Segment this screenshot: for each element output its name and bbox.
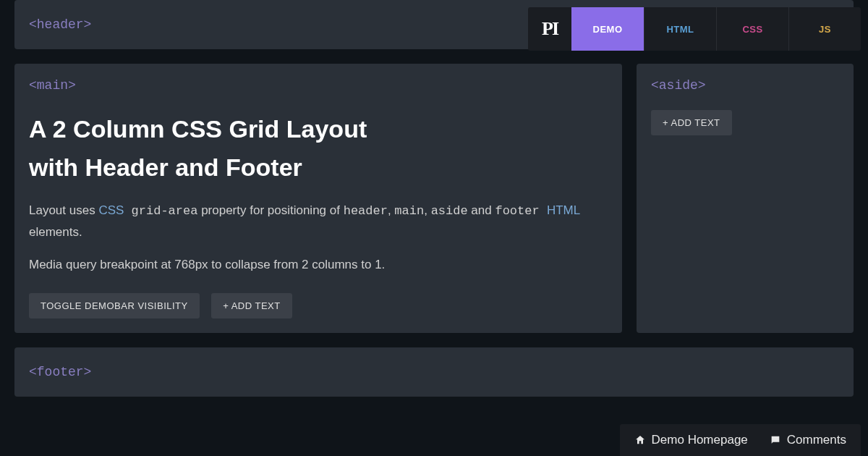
html-link[interactable]: HTML (547, 203, 580, 217)
toggle-demobar-button[interactable]: TOGGLE DEMOBAR VISIBILITY (29, 293, 200, 318)
page-title: A 2 Column CSS Grid Layout with Header a… (29, 110, 608, 186)
description-paragraph-1: Layout uses CSS grid-area property for p… (29, 200, 608, 243)
aside-region: <aside> + ADD TEXT (637, 64, 854, 333)
tab-html[interactable]: HTML (644, 7, 716, 51)
site-logo[interactable]: PI (528, 7, 571, 51)
comments-icon (770, 434, 781, 446)
main-tag-label: <main> (29, 78, 608, 93)
header-code: header (344, 204, 388, 218)
bottom-bar: Demo Homepage Comments (620, 424, 861, 456)
add-text-button-main[interactable]: + ADD TEXT (211, 293, 292, 318)
description-paragraph-2: Media query breakpoint at 768px to colla… (29, 255, 608, 276)
home-icon (634, 434, 646, 446)
demobar: PI DEMO HTML CSS JS (528, 7, 861, 51)
footer-region: <footer> (14, 347, 854, 397)
desc-text: , (424, 203, 430, 217)
title-line-1: A 2 Column CSS Grid Layout (29, 115, 367, 143)
header-tag-label: <header> (29, 17, 91, 32)
demo-homepage-label: Demo Homepage (652, 433, 748, 447)
add-text-button-aside[interactable]: + ADD TEXT (651, 110, 732, 135)
desc-text: property for positioning of (197, 203, 343, 217)
desc-text: Layout uses (29, 203, 98, 217)
demo-homepage-link[interactable]: Demo Homepage (634, 433, 748, 447)
desc-text: and (468, 203, 495, 217)
comments-label: Comments (787, 433, 846, 447)
main-code: main (394, 204, 424, 218)
title-line-2: with Header and Footer (29, 153, 302, 181)
main-region: <main> A 2 Column CSS Grid Layout with H… (14, 64, 622, 333)
footer-code: footer (495, 204, 546, 218)
grid-area-code: grid-area (124, 204, 197, 218)
desc-text: elements. (29, 225, 82, 239)
footer-tag-label: <footer> (29, 365, 91, 379)
tab-css[interactable]: CSS (716, 7, 788, 51)
tab-js[interactable]: JS (788, 7, 861, 51)
comments-link[interactable]: Comments (770, 433, 846, 447)
aside-code: aside (431, 204, 468, 218)
css-link[interactable]: CSS (98, 203, 124, 217)
desc-text: , (388, 203, 394, 217)
aside-tag-label: <aside> (651, 78, 839, 93)
tab-demo[interactable]: DEMO (571, 7, 644, 51)
